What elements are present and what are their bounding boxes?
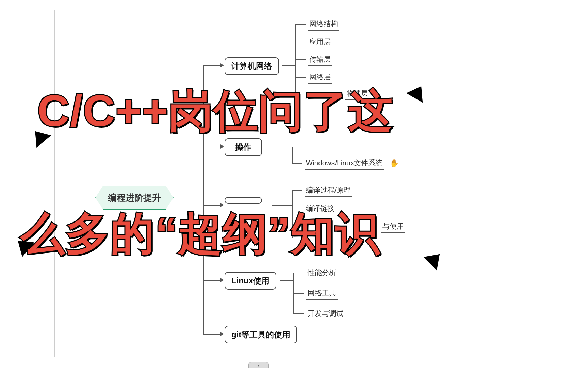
leaf-perf-analysis[interactable]: 性能分析 — [306, 267, 338, 279]
connector — [280, 280, 294, 281]
leaf-application-layer[interactable]: 应用层 — [308, 36, 332, 48]
arrow-icon — [220, 203, 224, 207]
arrow-icon — [220, 63, 224, 67]
connector — [292, 163, 302, 164]
leaf-dev-debug[interactable]: 开发与调试 — [306, 308, 345, 320]
leaf-and-usage[interactable]: 与使用 — [381, 221, 405, 233]
mindmap-root[interactable]: 编程进阶提升 — [95, 186, 174, 210]
connector — [282, 65, 296, 66]
branch-label: Linux使用 — [231, 275, 270, 286]
connector — [292, 147, 293, 164]
connector — [292, 190, 302, 191]
diagram-canvas: 编程进阶提升 计算机网络 网络结构 应用层 传输层 网络层 物理层 操作 Win… — [0, 0, 588, 368]
arrow-icon — [220, 144, 224, 149]
connector — [203, 334, 220, 335]
branch-linux[interactable]: Linux使用 — [225, 272, 276, 290]
connector — [295, 59, 306, 60]
connector — [272, 205, 293, 206]
connector — [203, 205, 220, 206]
connector — [174, 198, 204, 198]
leaf-network-layer[interactable]: 网络层 — [308, 72, 332, 84]
collapse-tab[interactable]: ▾ — [248, 362, 269, 368]
connector — [293, 293, 304, 294]
overlay-title-line2: 么多的“超纲”知识 — [20, 211, 380, 256]
leaf-transport-layer[interactable]: 传输层 — [308, 54, 332, 66]
leaf-network-structure[interactable]: 网络结构 — [308, 18, 339, 31]
branch-label: git等工具的使用 — [231, 329, 290, 340]
connector — [295, 24, 306, 25]
root-label: 编程进阶提升 — [108, 192, 161, 204]
connector — [295, 77, 306, 78]
leaf-compile-process[interactable]: 编译过程/原理 — [305, 185, 352, 197]
connector — [203, 280, 220, 281]
connector — [272, 147, 293, 147]
hand-cursor-icon: ✋ — [390, 159, 399, 168]
branch-network[interactable]: 计算机网络 — [225, 57, 279, 75]
connector — [203, 147, 220, 147]
connector — [293, 313, 304, 314]
connector — [203, 65, 220, 66]
overlay-title-line1: C/C++岗位问了这 — [37, 89, 393, 133]
chevron-down-icon: ▾ — [258, 363, 260, 368]
branch-compiler[interactable] — [225, 197, 262, 204]
leaf-net-tools[interactable]: 网络工具 — [306, 288, 338, 300]
arrow-icon — [220, 332, 224, 336]
branch-os[interactable]: 操作 — [225, 138, 262, 156]
leaf-win-linux-fs[interactable]: Windows/Linux文件系统 — [305, 157, 384, 170]
branch-label: 操作 — [235, 142, 251, 153]
branch-git[interactable]: git等工具的使用 — [225, 326, 297, 343]
branch-label: 计算机网络 — [231, 61, 272, 72]
connector — [293, 273, 304, 273]
arrow-icon — [220, 278, 224, 282]
connector — [295, 42, 306, 42]
